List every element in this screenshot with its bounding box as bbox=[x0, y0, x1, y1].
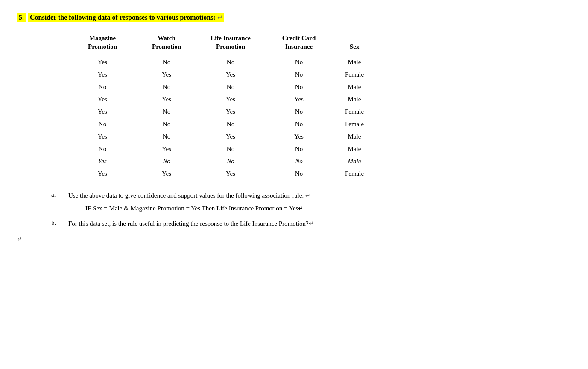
table-cell: Yes bbox=[196, 68, 265, 81]
sub-items-container: a. Use the above data to give confidence… bbox=[51, 190, 571, 229]
bottom-return: ↵ bbox=[17, 236, 571, 243]
table-cell: No bbox=[265, 81, 333, 93]
table-cell: Yes bbox=[68, 168, 137, 180]
question-number: 5. bbox=[17, 13, 26, 22]
sub-label-b: b. bbox=[51, 218, 61, 227]
table-cell: Female bbox=[333, 68, 376, 81]
table-cell: No bbox=[196, 143, 265, 155]
table-cell: Yes bbox=[68, 68, 137, 81]
table-cell: No bbox=[265, 155, 333, 168]
table-cell: No bbox=[265, 143, 333, 155]
header-credit-card: Credit CardInsurance bbox=[265, 32, 333, 56]
table-cell: Yes bbox=[137, 168, 196, 180]
table-cell: No bbox=[265, 118, 333, 130]
table-cell: Yes bbox=[196, 106, 265, 118]
table-cell: Female bbox=[333, 168, 376, 180]
table-cell: No bbox=[137, 56, 196, 68]
return-a: ↵ bbox=[305, 192, 310, 199]
table-cell: Yes bbox=[137, 143, 196, 155]
table-cell: No bbox=[196, 155, 265, 168]
table-cell: Yes bbox=[265, 130, 333, 143]
table-cell: No bbox=[265, 68, 333, 81]
data-table-container: MagazinePromotion WatchPromotion Life In… bbox=[68, 32, 571, 180]
table-cell: Male bbox=[333, 81, 376, 93]
header-life-insurance: Life InsurancePromotion bbox=[196, 32, 265, 56]
table-cell: Male bbox=[333, 155, 376, 168]
table-cell: Male bbox=[333, 56, 376, 68]
table-cell: No bbox=[265, 168, 333, 180]
sub-content-b: For this data set, is the rule useful in… bbox=[68, 218, 571, 229]
table-row: YesYesYesYesMale bbox=[68, 93, 376, 106]
table-row: NoNoNoNoMale bbox=[68, 81, 376, 93]
sub-item-b: b. For this data set, is the rule useful… bbox=[51, 218, 571, 229]
table-row: YesNoNoNoMale bbox=[68, 56, 376, 68]
table-cell: Yes bbox=[196, 93, 265, 106]
table-cell: No bbox=[196, 81, 265, 93]
table-cell: No bbox=[137, 118, 196, 130]
sub-label-a: a. bbox=[51, 190, 61, 198]
table-cell: Male bbox=[333, 93, 376, 106]
table-cell: No bbox=[137, 106, 196, 118]
table-cell: Yes bbox=[137, 93, 196, 106]
table-cell: Yes bbox=[68, 93, 137, 106]
table-cell: Yes bbox=[68, 130, 137, 143]
table-cell: Yes bbox=[68, 106, 137, 118]
header-magazine: MagazinePromotion bbox=[68, 32, 137, 56]
table-cell: No bbox=[265, 106, 333, 118]
table-cell: Yes bbox=[196, 130, 265, 143]
table-row: YesYesYesNoFemale bbox=[68, 68, 376, 81]
table-cell: Yes bbox=[68, 155, 137, 168]
table-cell: No bbox=[68, 81, 137, 93]
table-cell: Male bbox=[333, 143, 376, 155]
table-cell: Yes bbox=[196, 168, 265, 180]
table-cell: No bbox=[196, 56, 265, 68]
table-cell: No bbox=[137, 155, 196, 168]
table-row: YesNoNoNoMale bbox=[68, 155, 376, 168]
table-cell: No bbox=[68, 143, 137, 155]
table-cell: No bbox=[137, 130, 196, 143]
question-container: 5. Consider the following data of respon… bbox=[17, 13, 571, 243]
table-cell: Male bbox=[333, 130, 376, 143]
return-symbol: ↵ bbox=[217, 15, 222, 21]
table-cell: No bbox=[68, 118, 137, 130]
data-table: MagazinePromotion WatchPromotion Life In… bbox=[68, 32, 376, 180]
table-cell: Yes bbox=[137, 68, 196, 81]
table-cell: No bbox=[265, 56, 333, 68]
header-sex: Sex bbox=[333, 32, 376, 56]
table-cell: Yes bbox=[68, 56, 137, 68]
table-cell: No bbox=[196, 118, 265, 130]
table-row: YesNoYesNoFemale bbox=[68, 106, 376, 118]
table-row: YesYesYesNoFemale bbox=[68, 168, 376, 180]
sub-item-a: a. Use the above data to give confidence… bbox=[51, 190, 571, 213]
table-cell: No bbox=[137, 81, 196, 93]
sub-content-a: Use the above data to give confidence an… bbox=[68, 190, 571, 213]
table-cell: Yes bbox=[265, 93, 333, 106]
question-header: 5. Consider the following data of respon… bbox=[17, 13, 571, 22]
table-row: NoYesNoNoMale bbox=[68, 143, 376, 155]
table-row: YesNoYesYesMale bbox=[68, 130, 376, 143]
rule-text: IF Sex = Male & Magazine Promotion = Yes… bbox=[85, 203, 571, 213]
table-cell: Female bbox=[333, 106, 376, 118]
question-text: Consider the following data of responses… bbox=[28, 13, 224, 22]
table-cell: Female bbox=[333, 118, 376, 130]
header-watch: WatchPromotion bbox=[137, 32, 196, 56]
table-header-row: MagazinePromotion WatchPromotion Life In… bbox=[68, 32, 376, 56]
table-row: NoNoNoNoFemale bbox=[68, 118, 376, 130]
